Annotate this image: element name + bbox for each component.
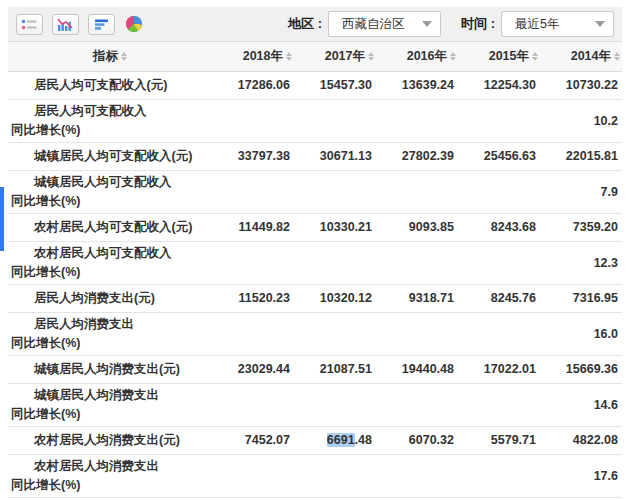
value-cell — [212, 241, 294, 284]
value-cell — [294, 383, 376, 426]
value-cell: 10730.22 — [540, 71, 622, 99]
value-cell — [458, 312, 540, 355]
value-cell: 9093.85 — [376, 213, 458, 241]
value-cell — [376, 241, 458, 284]
sort-icon — [532, 52, 538, 62]
column-header-year-0[interactable]: 2018年 — [212, 42, 294, 71]
table-row: 居民人均消费支出同比增长(%)16.0 — [8, 312, 622, 355]
value-cell: 19440.48 — [376, 355, 458, 383]
time-select[interactable]: 最近5年 — [501, 11, 614, 37]
value-cell: 12.3 — [540, 241, 622, 284]
indicator-cell: 居民人均消费支出(元) — [8, 284, 212, 312]
value-cell: 15457.30 — [294, 71, 376, 99]
indicator-cell: 城镇居民人均消费支出(元) — [8, 355, 212, 383]
value-cell: 7316.95 — [540, 284, 622, 312]
caret-down-icon — [422, 21, 432, 27]
region-select-value: 西藏自治区 — [342, 16, 422, 33]
list-view-button[interactable] — [16, 14, 43, 35]
combo-chart-icon — [57, 18, 74, 31]
time-select-value: 最近5年 — [515, 16, 595, 33]
column-header-year-1[interactable]: 2017年 — [294, 42, 376, 71]
value-cell — [294, 312, 376, 355]
sort-icon — [121, 52, 127, 62]
table-row: 农村居民人均可支配收入(元)11449.8210330.219093.85824… — [8, 213, 622, 241]
value-cell — [294, 170, 376, 213]
value-cell: 13639.24 — [376, 71, 458, 99]
view-switcher — [16, 14, 144, 35]
horizontal-bar-chart-button[interactable] — [88, 14, 115, 35]
value-cell — [458, 454, 540, 497]
value-cell: 33797.38 — [212, 142, 294, 170]
selection-strip — [0, 187, 4, 251]
filters: 地区 : 西藏自治区 时间 : 最近5年 — [288, 11, 614, 37]
value-cell — [376, 383, 458, 426]
value-cell: 7359.20 — [540, 213, 622, 241]
horizontal-bar-chart-icon — [94, 18, 110, 31]
value-cell: 14.6 — [540, 383, 622, 426]
indicator-cell: 居民人均可支配收入同比增长(%) — [8, 99, 212, 142]
time-label: 时间 : — [461, 15, 495, 33]
indicator-cell: 城镇居民人均可支配收入(元) — [8, 142, 212, 170]
value-cell — [458, 99, 540, 142]
indicator-cell: 居民人均可支配收入(元) — [8, 71, 212, 99]
value-cell — [458, 170, 540, 213]
table-header-row: 指标2018年2017年2016年2015年2014年 — [8, 42, 622, 71]
value-cell — [376, 312, 458, 355]
value-cell: 12254.30 — [458, 71, 540, 99]
value-cell: 7452.07 — [212, 426, 294, 454]
value-cell: 21087.51 — [294, 355, 376, 383]
indicator-cell: 农村居民人均消费支出同比增长(%) — [8, 454, 212, 497]
column-header-year-3[interactable]: 2015年 — [458, 42, 540, 71]
value-cell: 16.0 — [540, 312, 622, 355]
value-cell — [458, 383, 540, 426]
region-select[interactable]: 西藏自治区 — [328, 11, 441, 37]
value-cell — [212, 383, 294, 426]
table-row: 农村居民人均可支配收入同比增长(%)12.3 — [8, 241, 622, 284]
column-header-year-2[interactable]: 2016年 — [376, 42, 458, 71]
table-row: 城镇居民人均消费支出同比增长(%)14.6 — [8, 383, 622, 426]
value-cell: 11449.82 — [212, 213, 294, 241]
sort-icon — [450, 52, 456, 62]
value-cell: 6070.32 — [376, 426, 458, 454]
indicator-cell: 居民人均消费支出同比增长(%) — [8, 312, 212, 355]
value-cell: 27802.39 — [376, 142, 458, 170]
value-cell — [376, 170, 458, 213]
value-cell: 7.9 — [540, 170, 622, 213]
indicator-cell: 城镇居民人均消费支出同比增长(%) — [8, 383, 212, 426]
value-cell — [294, 99, 376, 142]
value-cell: 22015.81 — [540, 142, 622, 170]
value-cell: 17022.01 — [458, 355, 540, 383]
value-cell: 17.6 — [540, 454, 622, 497]
value-cell — [458, 241, 540, 284]
indicator-cell: 城镇居民人均可支配收入同比增长(%) — [8, 170, 212, 213]
value-cell: 8243.68 — [458, 213, 540, 241]
pie-chart-icon — [126, 16, 142, 32]
caret-down-icon — [595, 21, 605, 27]
value-cell — [376, 99, 458, 142]
value-cell — [212, 170, 294, 213]
value-cell — [294, 454, 376, 497]
value-cell: 6691.48 — [294, 426, 376, 454]
value-cell — [294, 241, 376, 284]
value-cell: 30671.13 — [294, 142, 376, 170]
combo-chart-button[interactable] — [52, 14, 79, 35]
value-cell: 9318.71 — [376, 284, 458, 312]
value-cell: 25456.63 — [458, 142, 540, 170]
value-cell: 10330.21 — [294, 213, 376, 241]
indicator-table: 指标2018年2017年2016年2015年2014年 居民人均可支配收入(元)… — [8, 42, 622, 498]
value-cell: 10.2 — [540, 99, 622, 142]
indicator-cell: 农村居民人均可支配收入同比增长(%) — [8, 241, 212, 284]
table-row: 城镇居民人均消费支出(元)23029.4421087.5119440.48170… — [8, 355, 622, 383]
value-cell: 5579.71 — [458, 426, 540, 454]
value-cell: 4822.08 — [540, 426, 622, 454]
region-label: 地区 : — [288, 15, 322, 33]
pie-chart-button[interactable] — [124, 14, 144, 34]
value-cell: 15669.36 — [540, 355, 622, 383]
value-cell — [376, 454, 458, 497]
table-row: 城镇居民人均可支配收入同比增长(%)7.9 — [8, 170, 622, 213]
value-cell — [212, 454, 294, 497]
column-header-year-4[interactable]: 2014年 — [540, 42, 622, 71]
selected-text: 6691 — [327, 433, 355, 447]
value-cell: 23029.44 — [212, 355, 294, 383]
column-header-indicator[interactable]: 指标 — [8, 42, 212, 71]
